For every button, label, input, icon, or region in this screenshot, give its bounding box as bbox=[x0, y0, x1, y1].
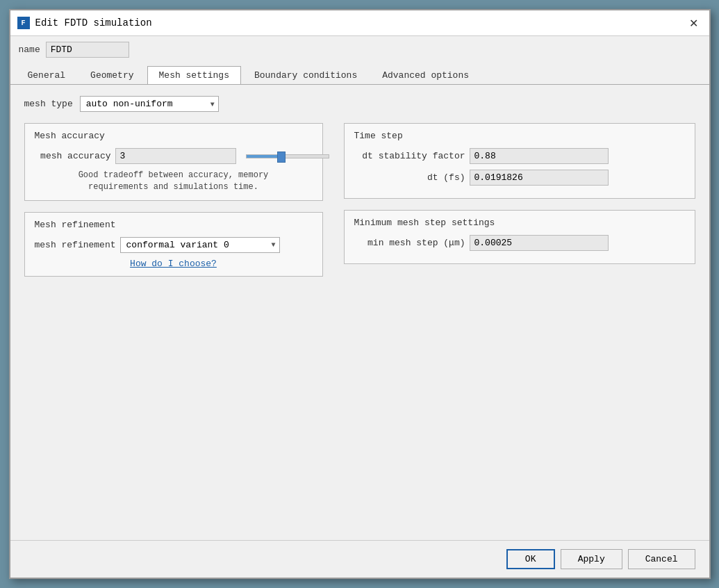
min-mesh-input[interactable] bbox=[470, 235, 609, 251]
mesh-refinement-section: Mesh refinement mesh refinement conforma… bbox=[24, 212, 323, 277]
left-column: Mesh accuracy mesh accuracy Good tradeof bbox=[24, 123, 323, 288]
mesh-accuracy-section: Mesh accuracy mesh accuracy Good tradeof bbox=[24, 123, 323, 201]
tab-mesh-settings[interactable]: Mesh settings bbox=[147, 66, 241, 84]
how-to-choose-link[interactable]: How do I choose? bbox=[35, 259, 313, 269]
close-button[interactable]: ✕ bbox=[686, 15, 702, 31]
mesh-accuracy-title: Mesh accuracy bbox=[35, 131, 313, 141]
content-area: mesh type auto non-uniform uniform custo… bbox=[10, 85, 709, 540]
min-mesh-title: Minimum mesh step settings bbox=[354, 218, 685, 228]
apply-button[interactable]: Apply bbox=[561, 549, 622, 569]
title-bar: F Edit FDTD simulation ✕ bbox=[10, 10, 709, 36]
mesh-accuracy-description: Good tradeoff between accuracy, memory r… bbox=[35, 170, 313, 193]
dt-input[interactable] bbox=[470, 170, 609, 186]
tab-boundary-conditions[interactable]: Boundary conditions bbox=[242, 66, 369, 84]
two-col-layout: Mesh accuracy mesh accuracy Good tradeof bbox=[24, 123, 695, 288]
min-mesh-label: min mesh step (μm) bbox=[354, 238, 465, 248]
dt-row: dt (fs) bbox=[354, 170, 685, 186]
slider-fill bbox=[247, 155, 279, 158]
min-mesh-section: Minimum mesh step settings min mesh step… bbox=[344, 210, 695, 264]
name-row: name bbox=[10, 36, 709, 63]
dt-stability-row: dt stability factor bbox=[354, 148, 685, 164]
mesh-accuracy-slider-area bbox=[240, 154, 329, 158]
ok-button[interactable]: OK bbox=[506, 549, 555, 569]
dt-stability-input[interactable] bbox=[470, 148, 609, 164]
slider-track[interactable] bbox=[246, 154, 329, 158]
footer-buttons: OK Apply Cancel bbox=[10, 540, 709, 578]
dialog-title: Edit FDTD simulation bbox=[35, 17, 152, 28]
dt-label: dt (fs) bbox=[354, 172, 465, 183]
time-step-section: Time step dt stability factor dt (fs) bbox=[344, 123, 695, 199]
mesh-refinement-select-wrapper: conformal variant 0 conformal variant 1 … bbox=[120, 237, 280, 253]
right-column: Time step dt stability factor dt (fs) Mi… bbox=[344, 123, 695, 288]
dt-stability-label: dt stability factor bbox=[354, 151, 465, 161]
mesh-type-label: mesh type bbox=[24, 99, 73, 109]
slider-thumb[interactable] bbox=[277, 152, 286, 163]
mesh-refinement-row: mesh refinement conformal variant 0 conf… bbox=[35, 237, 313, 253]
mesh-refinement-label: mesh refinement bbox=[35, 240, 116, 250]
tabs-row: General Geometry Mesh settings Boundary … bbox=[10, 63, 709, 85]
mesh-accuracy-row: mesh accuracy bbox=[35, 148, 313, 164]
name-label: name bbox=[19, 44, 40, 55]
title-bar-left: F Edit FDTD simulation bbox=[17, 17, 152, 29]
name-input[interactable] bbox=[46, 42, 129, 58]
mesh-refinement-title: Mesh refinement bbox=[35, 220, 313, 230]
tab-general[interactable]: General bbox=[16, 66, 78, 84]
time-step-title: Time step bbox=[354, 131, 685, 141]
cancel-button[interactable]: Cancel bbox=[628, 549, 695, 569]
mesh-accuracy-input[interactable] bbox=[115, 148, 236, 164]
edit-fdtd-dialog: F Edit FDTD simulation ✕ name General Ge… bbox=[9, 9, 711, 579]
app-icon: F bbox=[17, 17, 30, 29]
mesh-accuracy-label: mesh accuracy bbox=[35, 151, 111, 161]
mesh-type-select-wrapper: auto non-uniform uniform custom non-unif… bbox=[80, 96, 219, 112]
min-mesh-row: min mesh step (μm) bbox=[354, 235, 685, 251]
mesh-refinement-select[interactable]: conformal variant 0 conformal variant 1 … bbox=[120, 237, 280, 253]
tab-advanced-options[interactable]: Advanced options bbox=[370, 66, 481, 84]
mesh-type-row: mesh type auto non-uniform uniform custo… bbox=[24, 96, 695, 112]
tab-geometry[interactable]: Geometry bbox=[78, 66, 145, 84]
mesh-type-select[interactable]: auto non-uniform uniform custom non-unif… bbox=[80, 96, 219, 112]
